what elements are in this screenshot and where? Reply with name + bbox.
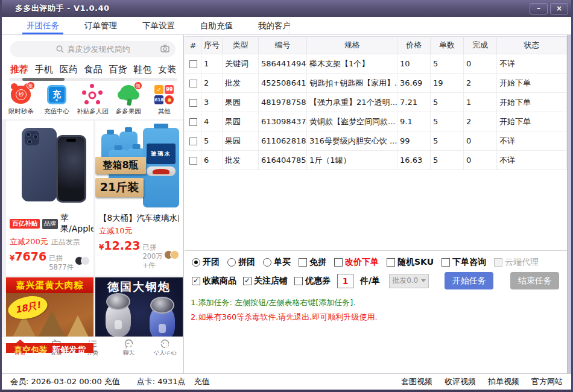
quantity-input[interactable] bbox=[337, 274, 353, 288]
close-button[interactable]: × bbox=[550, 3, 568, 14]
minimize-button[interactable]: – bbox=[530, 3, 548, 14]
category-medicine[interactable]: 医药 bbox=[60, 64, 78, 75]
buyer-avatars bbox=[164, 250, 179, 259]
checkbox-no-group[interactable]: 免拼 bbox=[299, 257, 326, 268]
tab-order-settings[interactable]: 下单设置 bbox=[130, 17, 188, 34]
link-template-videos[interactable]: 套图视频 bbox=[401, 376, 432, 387]
quick-label: 限时秒杀 bbox=[8, 107, 34, 116]
checkbox-favorite-item[interactable]: 收藏商品 bbox=[192, 276, 236, 286]
camera-icon[interactable] bbox=[160, 45, 169, 52]
table-row[interactable]: 1关键词586441494661 榉木支架【1个】105 0不详 bbox=[185, 54, 567, 74]
start-task-button[interactable]: 开始任务 bbox=[445, 272, 493, 289]
category-scrollbar-thumb[interactable] bbox=[22, 78, 65, 81]
member-expiry-label: 会员: 2026-03-02 00:00 充值 bbox=[10, 376, 120, 387]
radio-single-buy[interactable]: 单买 bbox=[263, 257, 291, 268]
table-row[interactable]: 4果园613098437441 黄铜款【盗梦空间同款...9.15 2开始下单 bbox=[185, 112, 567, 131]
vertical-scrollbar[interactable] bbox=[567, 35, 571, 375]
link-order-videos[interactable]: 拍单视频 bbox=[488, 376, 519, 387]
tab-label: 自助充值 bbox=[200, 21, 233, 31]
tab-my-customers[interactable]: 我的客户 bbox=[245, 17, 303, 34]
product-card-shaver[interactable]: 德国大钢炮 五十年用不坏 【正品保证】德国进口电 bbox=[95, 277, 183, 353]
tab-self-recharge[interactable]: 自助充值 bbox=[188, 17, 245, 34]
footer-links: 套图视频 收评视频 拍单视频 官方网站 bbox=[401, 376, 563, 387]
category-food[interactable]: 食品 bbox=[84, 64, 102, 75]
window-title: 多多出评助手 - V1.0.40 bbox=[15, 3, 110, 14]
row-select-checkbox[interactable] bbox=[189, 138, 197, 145]
checkbox-follow-shop[interactable]: 关注店铺 bbox=[243, 276, 288, 286]
row-select-checkbox[interactable] bbox=[189, 60, 197, 68]
product-image-iphone bbox=[6, 121, 93, 211]
checkbox-cloud-proxy[interactable]: 云端代理 bbox=[494, 257, 539, 268]
quick-recharge-center[interactable]: 充 充值中心 bbox=[40, 83, 74, 116]
quick-other[interactable]: ✓ 99 618 其他 bbox=[147, 83, 181, 116]
discount-text: 立减10元 bbox=[99, 226, 179, 236]
link-review-videos[interactable]: 收评视频 bbox=[445, 376, 476, 387]
yen-sign: ¥ bbox=[10, 254, 14, 262]
quick-label: 多多果园 bbox=[116, 107, 141, 116]
quick-subsidy-group[interactable]: 补贴多人团 bbox=[75, 83, 109, 116]
app-window: 多多出评助手 - V1.0.40 – × 开团任务 订单管理 下单设置 自助充值… bbox=[0, 0, 573, 392]
task-action-controls: 收藏商品 关注店铺 优惠券 件/单 批发0.0 开始任务 结束任务 添加任务 bbox=[192, 271, 573, 290]
col-count[interactable]: 单数 bbox=[431, 37, 464, 54]
row-select-checkbox[interactable] bbox=[189, 157, 197, 165]
category-recommend[interactable]: 推荐 bbox=[10, 64, 28, 75]
overlay-8-bottles: 整箱8瓶 bbox=[95, 157, 146, 174]
product-card-glass-water[interactable]: 玻璃水 整箱8瓶 21斤装 【8大桶】汽车玻璃水四 立减10元 ¥ 12.23 … bbox=[95, 121, 183, 276]
tab-label: 订单管理 bbox=[84, 21, 117, 31]
buyer-avatars bbox=[75, 256, 90, 265]
col-code[interactable]: 编号 bbox=[259, 37, 307, 54]
col-done[interactable]: 完成 bbox=[464, 37, 497, 54]
points-label: 点卡: 4931点 bbox=[137, 376, 186, 387]
subsidy-flower-icon bbox=[81, 83, 104, 106]
checkbox-coupon[interactable]: 优惠券 bbox=[294, 276, 331, 286]
checkbox-order-consult[interactable]: 下单咨询 bbox=[442, 257, 486, 268]
col-status[interactable]: 状态 bbox=[497, 37, 567, 54]
category-general[interactable]: 百货 bbox=[109, 64, 127, 75]
quick-orchard[interactable]: 领 多多果园 bbox=[112, 83, 145, 116]
panel-divider-line bbox=[185, 250, 567, 251]
category-shoes-bags[interactable]: 鞋包 bbox=[133, 64, 151, 75]
radio-join-group[interactable]: 拼团 bbox=[227, 257, 255, 268]
main-tab-bar: 开团任务 订单管理 下单设置 自助充值 我的客户 bbox=[2, 17, 571, 35]
table-row[interactable]: 3果园481978758400 【强力承重】21个透明...7.215 1开始下… bbox=[185, 93, 567, 112]
radio-open-group[interactable]: 开团 bbox=[192, 257, 220, 268]
col-spec[interactable]: 规格 bbox=[307, 37, 397, 54]
col-seq[interactable]: 序号 bbox=[201, 37, 223, 54]
red-circle-icon bbox=[165, 95, 174, 104]
product-title: 【8大桶】汽车玻璃水四 bbox=[99, 213, 179, 224]
search-bar[interactable]: 真皮沙发现代简约 bbox=[10, 41, 176, 57]
quick-entry-row: 秒 抢 限时秒杀 充 充值中心 补贴多人团 bbox=[3, 83, 182, 118]
wholesale-dropdown[interactable]: 批发0.0 bbox=[389, 274, 429, 288]
col-price[interactable]: 价格 bbox=[397, 37, 431, 54]
quick-flash-sale[interactable]: 秒 抢 限时秒杀 bbox=[4, 83, 38, 116]
category-scrollbar[interactable] bbox=[9, 78, 177, 81]
link-official-site[interactable]: 官方网站 bbox=[531, 376, 563, 387]
row-select-checkbox[interactable] bbox=[189, 99, 197, 107]
row-select-checkbox[interactable] bbox=[189, 118, 197, 126]
product-card-iphone[interactable]: 百亿补贴 品牌 苹果/Apple 立减200元正品发票 ¥ 7676 已拼587… bbox=[6, 121, 93, 276]
table-row[interactable]: 2批发452508641923 钥匙扣+钥匙圈【家用】...36.6919 2开… bbox=[185, 74, 567, 93]
product-price: 7676 bbox=[14, 250, 46, 263]
table-row[interactable]: 5果园611062818559 316母婴级内胆安心饮 ...995 0不详 bbox=[185, 131, 567, 151]
table-row[interactable]: 6批发616404785691 1斤（1罐）16.635 0不详 bbox=[185, 151, 567, 170]
tab-open-group-task[interactable]: 开团任务 bbox=[14, 17, 72, 34]
checkbox-change-price[interactable]: 改价下单 bbox=[334, 257, 379, 268]
overlay-banner-bottom: 真空包装 新鲜发货 bbox=[6, 343, 93, 353]
badge-618: 618 bbox=[154, 95, 163, 104]
points-recharge-link[interactable]: 充值 bbox=[194, 376, 209, 387]
category-women[interactable]: 女装 bbox=[158, 64, 176, 75]
row-select-checkbox[interactable] bbox=[189, 80, 197, 87]
instruction-line-2: 2.如果有360等杀毒软件,请先退出,即可顺利升级使用. bbox=[191, 312, 378, 323]
col-type[interactable]: 类型 bbox=[223, 37, 259, 54]
tab-order-management[interactable]: 订单管理 bbox=[72, 17, 130, 34]
checkbox-random-sku[interactable]: 随机SKU bbox=[387, 257, 434, 268]
search-icon bbox=[56, 45, 64, 53]
status-bar: 会员: 2026-03-02 00:00 充值 点卡: 4931点 充值 套图视… bbox=[2, 373, 571, 390]
category-phone[interactable]: 手机 bbox=[35, 64, 53, 75]
task-table: # 序号 类型 编号 规格 价格 单数 完成 状态 1关键词5864414946… bbox=[185, 36, 567, 170]
stop-task-button[interactable]: 结束任务 bbox=[510, 272, 559, 289]
col-select[interactable]: # bbox=[185, 37, 201, 54]
claim-badge: 领 bbox=[134, 81, 142, 90]
member-recharge-link[interactable]: 充值 bbox=[104, 377, 120, 386]
quantity-unit-label: 件/单 bbox=[360, 276, 380, 286]
